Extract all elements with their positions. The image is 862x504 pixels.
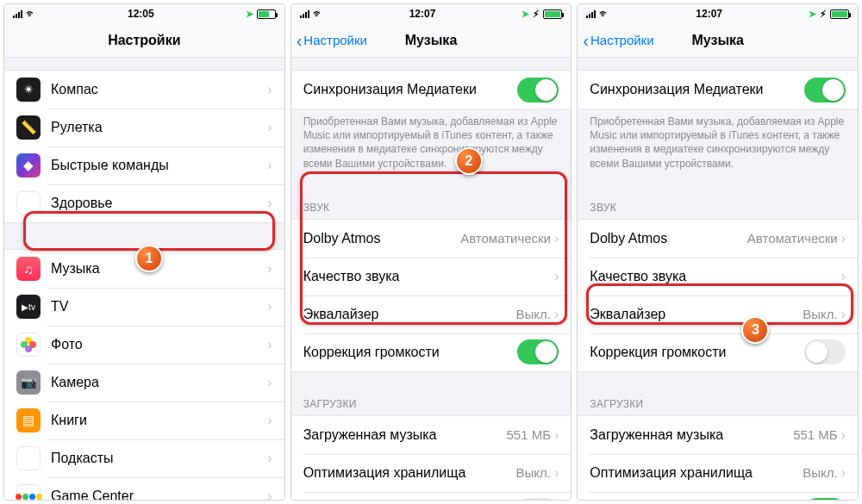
screenshot-3-music-settings: ᯤ 12:07 ➤ ⚡︎ ‹ Настройки Музыка Синхрони… (577, 3, 859, 501)
row-audio-quality[interactable]: Качество звука › (578, 258, 858, 296)
row-cellular-downloads[interactable]: Загрузки по сотовой сети (291, 492, 572, 500)
toggle-volume-correction[interactable] (804, 339, 846, 364)
chevron-right-icon: › (841, 269, 846, 284)
back-button[interactable]: ‹ Настройки (297, 23, 367, 57)
chevron-right-icon: › (267, 488, 272, 500)
chevron-right-icon: › (554, 269, 559, 284)
settings-row-podcasts[interactable]: ◉ Подкасты › (4, 439, 284, 477)
wifi-icon: ᯤ (313, 8, 323, 20)
health-icon: ♥ (16, 191, 41, 215)
chevron-right-icon: › (267, 120, 272, 135)
page-title: Музыка (691, 33, 744, 48)
navbar: ‹ Настройки Музыка (578, 23, 858, 58)
battery-icon (257, 9, 276, 19)
chevron-left-icon: ‹ (297, 32, 303, 49)
row-equalizer[interactable]: Эквалайзер Выкл. › (578, 296, 858, 333)
chevron-right-icon: › (554, 465, 559, 481)
row-equalizer[interactable]: Эквалайзер Выкл. › (291, 296, 572, 333)
settings-row-compass[interactable]: ✴︎ Компас › (4, 71, 284, 109)
status-time: 12:07 (696, 8, 722, 20)
chevron-right-icon: › (267, 337, 272, 352)
podcasts-icon: ◉ (16, 446, 41, 470)
row-volume-correction[interactable]: Коррекция громкости (578, 333, 858, 371)
status-bar: ᯤ 12:07 ➤ ⚡︎ (578, 4, 858, 23)
cell-signal-icon (300, 9, 309, 18)
settings-row-gamecenter[interactable]: Game Center › (4, 477, 284, 500)
music-settings-list[interactable]: Синхронизация Медиатеки Приобретенная Ва… (578, 58, 858, 500)
row-dolby-atmos[interactable]: Dolby Atmos Автоматически › (578, 220, 858, 258)
page-title: Музыка (405, 33, 458, 48)
back-label: Настройки (303, 33, 367, 47)
chevron-right-icon: › (841, 427, 846, 443)
settings-list[interactable]: ✴︎ Компас › 📏 Рулетка › ◆ Быстрые команд… (4, 58, 284, 500)
music-settings-list[interactable]: Синхронизация Медиатеки Приобретенная Ва… (291, 58, 572, 500)
toggle-cellular-downloads[interactable] (517, 498, 559, 500)
chevron-right-icon: › (267, 82, 272, 97)
row-downloaded-music[interactable]: Загруженная музыка 551 МБ › (578, 416, 858, 454)
screenshot-1-settings: ᯤ 12:05 ➤ Настройки ✴︎ Компас › 📏 Рулетк… (3, 3, 285, 501)
music-icon: ♫ (16, 257, 41, 281)
toggle-volume-correction[interactable] (517, 339, 559, 364)
chevron-right-icon: › (841, 465, 846, 481)
settings-row-shortcuts[interactable]: ◆ Быстрые команды › (4, 146, 284, 184)
chevron-right-icon: › (554, 231, 559, 246)
chevron-right-icon: › (841, 307, 846, 322)
status-time: 12:05 (128, 8, 154, 20)
cell-signal-icon (586, 9, 596, 18)
sync-footer: Приобретенная Вами музыка, добавляемая и… (578, 109, 858, 176)
row-audio-quality[interactable]: Качество звука › (291, 258, 572, 296)
navbar: Настройки (4, 23, 284, 58)
status-bar: ᯤ 12:05 ➤ (4, 4, 284, 23)
charging-icon: ⚡︎ (820, 9, 827, 20)
wifi-icon: ᯤ (599, 8, 609, 20)
books-icon: ▤ (16, 408, 41, 432)
section-header-sound: ЗВУК (291, 196, 572, 219)
battery-icon (830, 9, 849, 19)
settings-row-camera[interactable]: 📷 Камера › (4, 364, 284, 401)
chevron-right-icon: › (554, 427, 559, 443)
chevron-right-icon: › (267, 158, 272, 173)
row-storage-optimization[interactable]: Оптимизация хранилища Выкл. › (291, 454, 572, 492)
status-time: 12:07 (409, 8, 436, 20)
settings-row-measure[interactable]: 📏 Рулетка › (4, 109, 284, 146)
settings-row-tv[interactable]: ▶tv TV › (4, 288, 284, 326)
row-cellular-downloads[interactable]: Загрузки по сотовой сети (578, 492, 858, 500)
row-storage-optimization[interactable]: Оптимизация хранилища Выкл. › (578, 454, 858, 492)
chevron-right-icon: › (267, 375, 272, 390)
toggle-cellular-downloads[interactable] (804, 498, 846, 500)
row-sync-library[interactable]: Синхронизация Медиатеки (291, 71, 572, 109)
chevron-right-icon: › (841, 231, 846, 246)
status-bar: ᯤ 12:07 ➤ ⚡︎ (291, 4, 572, 23)
battery-icon (543, 9, 562, 19)
location-icon: ➤ (246, 9, 253, 20)
row-dolby-atmos[interactable]: Dolby Atmos Автоматически › (291, 220, 572, 258)
chevron-right-icon: › (554, 307, 559, 322)
settings-row-books[interactable]: ▤ Книги › (4, 401, 284, 439)
cell-signal-icon (13, 9, 22, 18)
photos-icon (16, 333, 41, 357)
row-volume-correction[interactable]: Коррекция громкости (291, 333, 572, 371)
chevron-right-icon: › (267, 451, 272, 466)
section-header-downloads: ЗАГРУЗКИ (291, 393, 572, 415)
chevron-right-icon: › (267, 413, 272, 428)
settings-row-health[interactable]: ♥ Здоровье › (4, 184, 284, 222)
wifi-icon: ᯤ (26, 8, 36, 20)
settings-row-music[interactable]: ♫ Музыка › (4, 250, 284, 288)
row-downloaded-music[interactable]: Загруженная музыка 551 МБ › (291, 416, 572, 454)
settings-row-photos[interactable]: Фото › (4, 326, 284, 364)
camera-icon: 📷 (16, 370, 41, 395)
sync-footer: Приобретенная Вами музыка, добавляемая и… (291, 109, 572, 176)
chevron-left-icon: ‹ (583, 32, 589, 49)
compass-icon: ✴︎ (16, 78, 41, 102)
screenshot-2-music-settings: ᯤ 12:07 ➤ ⚡︎ ‹ Настройки Музыка Синхрони… (290, 3, 572, 501)
tv-icon: ▶tv (16, 295, 41, 319)
location-icon: ➤ (809, 9, 816, 20)
toggle-sync-library[interactable] (517, 78, 559, 103)
gamecenter-icon (16, 484, 41, 500)
toggle-sync-library[interactable] (804, 78, 846, 103)
location-icon: ➤ (522, 9, 529, 20)
back-button[interactable]: ‹ Настройки (583, 23, 653, 57)
section-header-sound: ЗВУК (578, 196, 858, 219)
chevron-right-icon: › (267, 261, 272, 277)
row-sync-library[interactable]: Синхронизация Медиатеки (578, 71, 858, 109)
